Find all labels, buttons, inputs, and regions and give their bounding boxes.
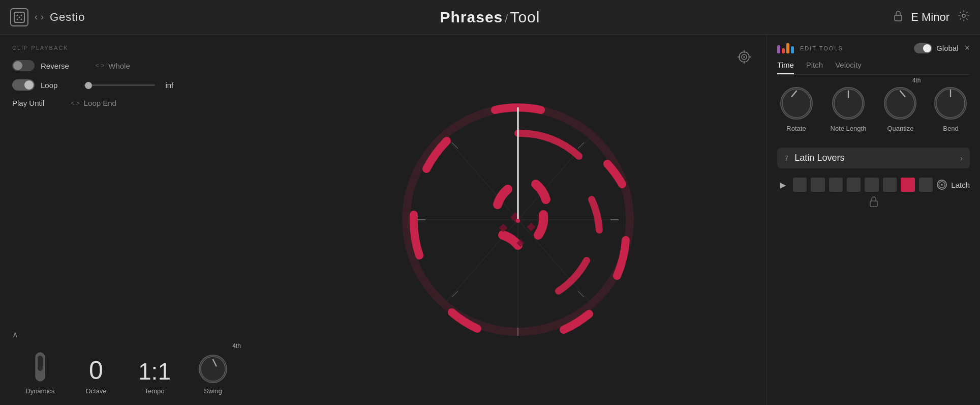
slot-1[interactable] bbox=[793, 178, 807, 192]
loop-slider-track[interactable] bbox=[84, 84, 155, 86]
tempo-value: 1:1 bbox=[138, 360, 171, 383]
lock-bottom bbox=[777, 196, 970, 209]
rotate-knob[interactable] bbox=[780, 87, 813, 120]
knobs-grid: Rotate Note Length 4 bbox=[777, 87, 970, 132]
target-icon[interactable] bbox=[737, 50, 751, 67]
reverse-row: Reverse < > Whole bbox=[12, 60, 257, 71]
rotate-knob-item: Rotate bbox=[780, 87, 813, 132]
slot-8[interactable] bbox=[919, 178, 933, 192]
svg-rect-33 bbox=[527, 223, 536, 232]
loop-toggle-knob bbox=[24, 80, 34, 90]
note-length-knob-wrapper bbox=[832, 87, 865, 120]
svg-point-41 bbox=[886, 89, 914, 118]
slot-2[interactable] bbox=[811, 178, 824, 192]
dynamics-label: Dynamics bbox=[25, 387, 54, 395]
tempo-label: Tempo bbox=[144, 387, 164, 395]
latch-label: Latch bbox=[951, 181, 970, 189]
quantize-value: 4th bbox=[912, 77, 921, 84]
tab-pitch[interactable]: Pitch bbox=[806, 61, 823, 74]
swing-label: Swing bbox=[204, 387, 222, 395]
global-toggle-dot bbox=[923, 44, 931, 52]
slot-4[interactable] bbox=[847, 178, 861, 192]
latch-area: Latch bbox=[937, 180, 970, 190]
tab-velocity[interactable]: Velocity bbox=[835, 61, 862, 74]
quantize-knob[interactable] bbox=[884, 87, 916, 120]
loop-toggle[interactable] bbox=[12, 79, 35, 91]
svg-point-3 bbox=[17, 18, 18, 20]
nav-arrows: ‹ › bbox=[35, 12, 44, 22]
key-scale[interactable]: Minor bbox=[922, 11, 950, 24]
whole-label: Whole bbox=[108, 62, 130, 70]
svg-point-1 bbox=[17, 14, 18, 16]
quantize-label: Quantize bbox=[887, 125, 913, 132]
play-button[interactable]: ▶ bbox=[777, 178, 789, 192]
top-bar-left: ‹ › Gestio bbox=[10, 8, 163, 26]
note-length-label: Note Length bbox=[831, 125, 867, 132]
svg-rect-6 bbox=[895, 15, 902, 21]
bend-knob[interactable] bbox=[934, 87, 967, 120]
global-toggle[interactable]: Global bbox=[914, 43, 958, 53]
rotate-label: Rotate bbox=[786, 125, 806, 132]
tempo-control: 1:1 Tempo bbox=[124, 360, 185, 395]
note-length-knob-item: Note Length bbox=[831, 87, 867, 132]
slash-separator: / bbox=[505, 12, 508, 25]
phrases-word: Phrases bbox=[440, 9, 503, 26]
dynamics-knob[interactable] bbox=[30, 351, 50, 383]
bend-label: Bend bbox=[943, 125, 958, 132]
loop-end-arrows[interactable]: < > bbox=[71, 100, 79, 107]
global-toggle-pill[interactable] bbox=[914, 43, 932, 53]
loop-end-control[interactable]: < > Loop End bbox=[71, 99, 116, 107]
chevron-up-icon[interactable]: ∧ bbox=[12, 330, 18, 339]
slot-3[interactable] bbox=[829, 178, 843, 192]
right-panel: EDIT TOOLS Global × Time Pitch Velocity bbox=[767, 35, 980, 405]
nav-back[interactable]: ‹ bbox=[35, 12, 38, 22]
svg-rect-47 bbox=[870, 201, 877, 207]
loop-slider-row: inf bbox=[84, 81, 173, 90]
slot-5[interactable] bbox=[865, 178, 878, 192]
loop-end-label: Loop End bbox=[84, 99, 116, 107]
octave-value: 0 bbox=[89, 358, 103, 383]
loop-label: Loop bbox=[41, 81, 57, 90]
center-panel bbox=[269, 35, 767, 405]
reverse-label: Reverse bbox=[41, 62, 69, 70]
svg-point-37 bbox=[782, 89, 810, 118]
swing-4th: 4th bbox=[185, 342, 241, 350]
latch-icon[interactable] bbox=[937, 180, 947, 190]
whole-arrows[interactable]: < > bbox=[96, 62, 104, 69]
color-bar-orange bbox=[786, 43, 789, 53]
loop-slider-thumb[interactable] bbox=[85, 82, 92, 89]
svg-rect-9 bbox=[38, 356, 43, 371]
quantize-knob-wrapper: 4th bbox=[884, 87, 916, 120]
preset-chevron[interactable]: › bbox=[960, 154, 963, 162]
edit-tools-header: EDIT TOOLS Global × bbox=[777, 43, 970, 53]
swing-knob[interactable] bbox=[199, 355, 227, 383]
logo-icon[interactable] bbox=[10, 8, 28, 26]
close-button[interactable]: × bbox=[964, 43, 970, 53]
circle-visualization[interactable] bbox=[386, 82, 650, 357]
left-panel: CLIP PLAYBACK Reverse < > Whole Loop inf bbox=[0, 35, 269, 405]
svg-point-5 bbox=[19, 16, 20, 18]
app-title: Gestio bbox=[50, 11, 85, 24]
slot-6[interactable] bbox=[883, 178, 897, 192]
octave-control: 0 Octave bbox=[68, 358, 124, 395]
nav-forward[interactable]: › bbox=[41, 12, 44, 22]
quantize-knob-item: 4th Quantize bbox=[884, 87, 916, 132]
lock-icon[interactable] bbox=[894, 10, 903, 24]
svg-point-36 bbox=[516, 219, 520, 223]
bottom-controls: Dynamics 0 Octave 1:1 Tempo 4th bbox=[12, 342, 257, 395]
top-bar-right: E Minor bbox=[817, 10, 970, 24]
settings-icon[interactable] bbox=[958, 10, 970, 24]
reverse-toggle[interactable] bbox=[12, 60, 35, 71]
color-bar-red bbox=[782, 48, 785, 53]
inf-value: inf bbox=[165, 81, 173, 90]
slot-7[interactable] bbox=[901, 178, 914, 192]
whole-control[interactable]: < > Whole bbox=[96, 62, 130, 70]
play-until-label: Play Until bbox=[12, 99, 44, 107]
octave-label: Octave bbox=[85, 387, 106, 395]
preset-row[interactable]: 7 Latin Lovers › bbox=[777, 148, 970, 168]
tab-time[interactable]: Time bbox=[777, 61, 794, 74]
edit-tools-label: EDIT TOOLS bbox=[800, 45, 908, 51]
global-label: Global bbox=[936, 44, 958, 52]
note-length-knob[interactable] bbox=[832, 87, 865, 120]
key-letter[interactable]: E bbox=[911, 11, 918, 24]
